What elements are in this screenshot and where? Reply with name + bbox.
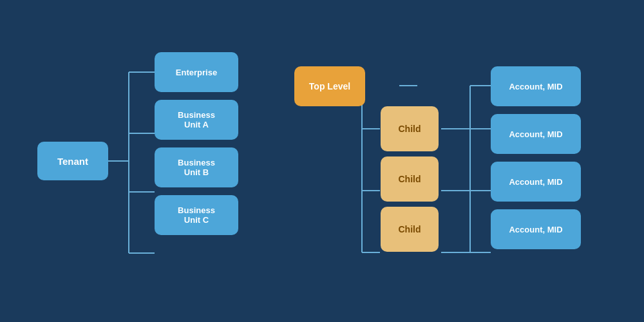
child-1-label: Child: [399, 124, 421, 134]
account-mid-4: Account, MID: [491, 209, 581, 249]
tenant-box: Tenant: [37, 142, 108, 180]
top-level-node: Top Level: [294, 66, 365, 106]
bu-enterprise-label: Enterprise: [176, 68, 217, 77]
account-mid-1: Account, MID: [491, 66, 581, 106]
account-mid-2-label: Account, MID: [509, 129, 562, 139]
bu-unit-c-label: BusinessUnit C: [178, 205, 215, 225]
child-3: Child: [381, 207, 439, 252]
accounts-column: Account, MID Account, MID Account, MID A…: [491, 66, 581, 249]
tenant-node: Tenant: [37, 142, 108, 180]
account-mid-1-label: Account, MID: [509, 82, 562, 91]
child-2-label: Child: [399, 174, 421, 184]
tenant-label: Tenant: [57, 156, 88, 167]
top-level-box: Top Level: [294, 66, 365, 106]
children-column: Child Child Child: [381, 106, 439, 252]
account-mid-3-label: Account, MID: [509, 177, 562, 187]
child-2: Child: [381, 156, 439, 202]
bu-unit-c: BusinessUnit C: [155, 195, 238, 235]
business-units-column: Enterprise BusinessUnit A BusinessUnit B…: [155, 52, 238, 235]
diagram-container: Tenant Enterprise BusinessUnit A Busines…: [0, 0, 644, 322]
bu-enterprise: Enterprise: [155, 52, 238, 92]
child-3-label: Child: [399, 224, 421, 234]
account-mid-4-label: Account, MID: [509, 225, 562, 234]
bu-unit-a: BusinessUnit A: [155, 100, 238, 140]
bu-unit-b-label: BusinessUnit B: [178, 158, 215, 177]
bu-unit-a-label: BusinessUnit A: [178, 110, 215, 129]
account-mid-3: Account, MID: [491, 162, 581, 202]
top-level-label: Top Level: [309, 81, 350, 91]
svg-line-17: [441, 86, 470, 129]
bu-unit-b: BusinessUnit B: [155, 147, 238, 187]
account-mid-2: Account, MID: [491, 114, 581, 154]
child-1: Child: [381, 106, 439, 151]
